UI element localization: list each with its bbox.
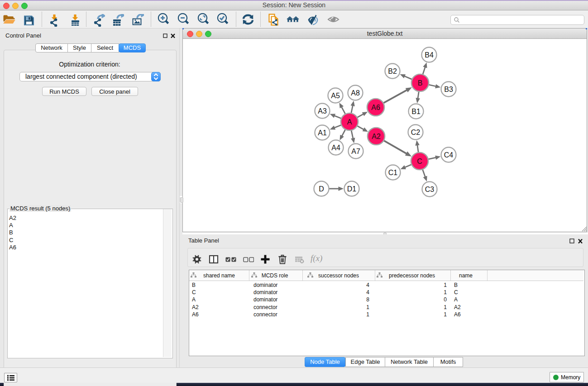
svg-text:C2: C2 bbox=[411, 129, 421, 136]
svg-text:B2: B2 bbox=[388, 67, 397, 75]
svg-text:A4: A4 bbox=[331, 144, 340, 152]
svg-text:C4: C4 bbox=[444, 151, 454, 159]
svg-text:A7: A7 bbox=[351, 148, 360, 155]
svg-text:B1: B1 bbox=[411, 108, 421, 115]
svg-text:A1: A1 bbox=[318, 129, 327, 137]
svg-text:D1: D1 bbox=[347, 185, 357, 193]
svg-text:C3: C3 bbox=[425, 186, 435, 193]
svg-text:A: A bbox=[347, 118, 352, 126]
svg-text:A6: A6 bbox=[371, 104, 380, 111]
svg-text:B3: B3 bbox=[444, 86, 453, 93]
svg-text:B: B bbox=[418, 79, 423, 87]
svg-text:B4: B4 bbox=[425, 51, 434, 59]
svg-text:A2: A2 bbox=[372, 133, 381, 140]
svg-text:A8: A8 bbox=[351, 89, 360, 97]
svg-text:D: D bbox=[319, 185, 324, 193]
svg-text:A5: A5 bbox=[331, 92, 340, 100]
svg-text:A3: A3 bbox=[318, 107, 327, 115]
svg-text:C: C bbox=[417, 157, 422, 165]
svg-text:C1: C1 bbox=[388, 169, 398, 176]
